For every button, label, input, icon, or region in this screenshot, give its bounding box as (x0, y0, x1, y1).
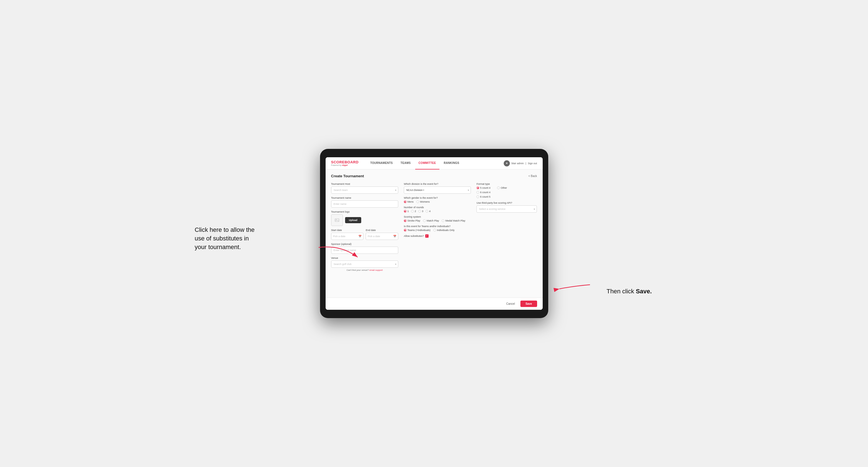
format-5count4-option[interactable]: 5 count 4 (476, 186, 490, 189)
scoring-match-radio[interactable] (423, 219, 426, 222)
gender-womens-label: Womens (420, 200, 430, 203)
division-value: NCAA Division I (406, 189, 468, 191)
scoring-medal-label: Medal Match Play (445, 219, 465, 222)
tournament-name-label: Tournament name (331, 196, 398, 199)
substitutes-checkbox[interactable] (425, 234, 429, 238)
division-field: Which division is the event for? NCAA Di… (404, 183, 471, 194)
teams-plus-option[interactable]: Teams (+Individuals) (404, 229, 431, 231)
end-date-field: End date Pick a date 📅 (366, 229, 398, 240)
scoring-stroke-radio[interactable] (404, 219, 407, 222)
tournament-name-input[interactable] (331, 200, 398, 208)
start-date-field: Start date Pick a date 📅 (331, 229, 364, 240)
logo-brand: clippd (342, 164, 348, 166)
scoring-medal-radio[interactable] (442, 219, 444, 222)
gender-womens-option[interactable]: Womens (416, 200, 430, 203)
rounds-4-option[interactable]: 4 (426, 210, 431, 213)
format-other-radio[interactable] (497, 186, 500, 189)
scoring-medal-option[interactable]: Medal Match Play (442, 219, 465, 222)
rounds-1-radio[interactable] (404, 210, 407, 213)
format-5count4-radio[interactable] (476, 186, 479, 189)
gender-mens-option[interactable]: Mens (404, 200, 413, 203)
teams-field: Is this event for Teams and/or Individua… (404, 225, 471, 231)
end-date-input[interactable]: Pick a date 📅 (366, 233, 398, 240)
scoring-label: Scoring system (404, 215, 471, 218)
cancel-button[interactable]: Cancel (503, 301, 518, 307)
gender-womens-radio[interactable] (416, 200, 419, 203)
scoring-api-select[interactable]: Select a scoring service ▾ (476, 206, 537, 213)
scoring-stroke-label: Stroke Play (407, 219, 420, 222)
svg-rect-1 (335, 219, 339, 221)
annotation-right: Then click Save. (607, 287, 662, 296)
nav-item-rankings[interactable]: RANKINGS (440, 157, 463, 169)
individuals-only-radio[interactable] (433, 229, 436, 231)
tournament-logo-field: Tournament logo Upload (331, 210, 398, 226)
logo-scoreboard: SCOREBOARD (331, 160, 359, 164)
logo-powered: Powered by clippd (331, 164, 359, 166)
logo-area: SCOREBOARD Powered by clippd (331, 160, 359, 166)
page-header: Create Tournament < Back (331, 174, 537, 178)
format-6count5-label: 6 count 5 (480, 195, 490, 198)
email-support-link[interactable]: email support (369, 269, 383, 271)
start-date-input[interactable]: Pick a date 📅 (331, 233, 364, 240)
sign-out-link[interactable]: Sign out (528, 162, 537, 165)
tournament-host-select[interactable]: Search team ▾ (331, 186, 398, 194)
nav-right: B blair admin | Sign out (504, 160, 537, 166)
venue-label: Venue (331, 257, 398, 259)
division-select[interactable]: NCAA Division I ▾ (404, 186, 471, 194)
nav-items: TOURNAMENTS TEAMS COMMITTEE RANKINGS (367, 157, 504, 169)
venue-select[interactable]: Search golf club ▾ (331, 260, 398, 268)
rounds-4-radio[interactable] (426, 210, 428, 213)
scoring-stroke-option[interactable]: Stroke Play (404, 219, 420, 222)
format-other-label: Other (501, 186, 507, 189)
scoring-api-placeholder: Select a scoring service (479, 208, 534, 210)
teams-radio-group: Teams (+Individuals) Individuals Only (404, 229, 471, 231)
form-col-mid: Which division is the event for? NCAA Di… (404, 183, 471, 274)
format-6count4-label: 6 count 4 (480, 191, 490, 194)
upload-button[interactable]: Upload (345, 217, 362, 223)
nav-item-committee[interactable]: COMMITTEE (415, 157, 439, 169)
end-date-label: End date (366, 229, 398, 231)
annotation-save-bold: Save. (636, 288, 652, 295)
format-6count5-radio[interactable] (476, 195, 479, 198)
teams-plus-radio[interactable] (404, 229, 407, 231)
start-date-placeholder: Pick a date (333, 235, 346, 238)
format-type-label: Format type (476, 183, 537, 185)
nav-item-teams[interactable]: TEAMS (397, 157, 414, 169)
tablet-screen: SCOREBOARD Powered by clippd TOURNAMENTS… (326, 157, 543, 310)
rounds-2-option[interactable]: 2 (411, 210, 416, 213)
rounds-label: Number of rounds (404, 206, 471, 209)
tournament-host-placeholder: Search team (334, 189, 396, 191)
rounds-2-radio[interactable] (411, 210, 414, 213)
separator: | (525, 162, 526, 165)
nav-item-tournaments[interactable]: TOURNAMENTS (367, 157, 396, 169)
rounds-3-option[interactable]: 3 (418, 210, 423, 213)
bottom-bar: Cancel Save (326, 298, 543, 310)
avatar: B (504, 160, 510, 166)
save-button[interactable]: Save (520, 301, 537, 307)
gender-field: Which gender is the event for? Mens Wome… (404, 196, 471, 203)
individuals-only-option[interactable]: Individuals Only (433, 229, 455, 231)
format-other-option[interactable]: Other (497, 186, 507, 189)
scoring-radio-group: Stroke Play Match Play Medal Match Play (404, 219, 471, 222)
back-link[interactable]: < Back (528, 175, 537, 178)
sponsor-label: Sponsor (optional) (331, 243, 398, 246)
page-title: Create Tournament (331, 174, 364, 178)
format-options: 5 count 4 Other 6 count 4 (476, 186, 537, 198)
substitutes-label: Allow substitutes? (404, 235, 424, 238)
division-label: Which division is the event for? (404, 183, 471, 185)
format-6count4-option[interactable]: 6 count 4 (476, 191, 537, 194)
sponsor-input[interactable] (331, 247, 398, 254)
rounds-radio-group: 1 2 3 (404, 210, 471, 213)
scoring-match-label: Match Play (427, 219, 439, 222)
format-6count4-radio[interactable] (476, 191, 479, 194)
rounds-4-label: 4 (429, 210, 431, 213)
rounds-3-radio[interactable] (418, 210, 421, 213)
form-col-right: Format type 5 count 4 Other (476, 183, 537, 274)
rounds-2-label: 2 (415, 210, 416, 213)
gender-mens-radio[interactable] (404, 200, 407, 203)
format-6count5-option[interactable]: 6 count 5 (476, 195, 537, 198)
rounds-1-option[interactable]: 1 (404, 210, 409, 213)
gender-mens-label: Mens (407, 200, 413, 203)
scoring-match-option[interactable]: Match Play (423, 219, 439, 222)
rounds-3-label: 3 (422, 210, 423, 213)
